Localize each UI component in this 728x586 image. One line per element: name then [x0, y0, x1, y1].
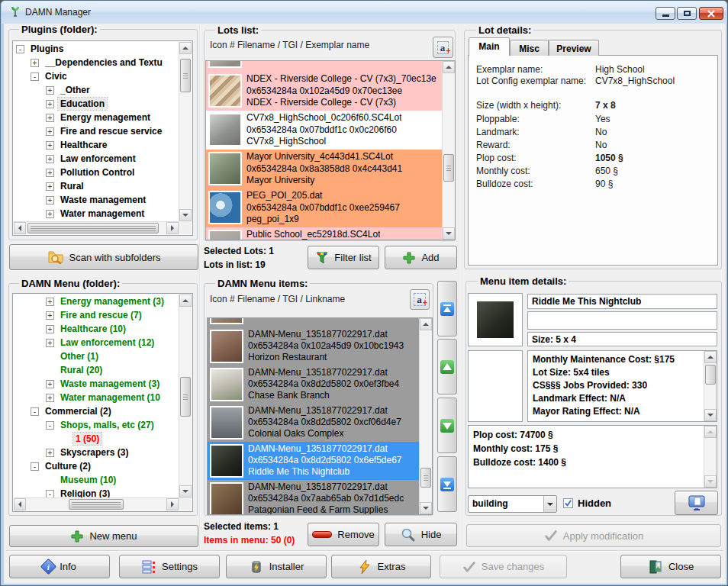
expander-icon[interactable]: - [46, 421, 54, 430]
scroll-up-button[interactable] [179, 42, 192, 54]
expander-icon[interactable]: + [46, 155, 54, 163]
expander-icon[interactable]: - [31, 72, 39, 81]
vertical-scrollbar[interactable] [704, 426, 717, 488]
expander-icon[interactable]: - [31, 407, 39, 416]
tree-item[interactable]: +__Dependencies and Textu [14, 56, 179, 69]
expander-icon[interactable]: + [46, 311, 54, 320]
scrollbar-thumb[interactable] [443, 154, 454, 182]
new-menu-button[interactable]: New menu [9, 525, 198, 547]
tree-item[interactable]: Rural (20) [14, 363, 179, 377]
add-lot-button[interactable]: Add [385, 246, 457, 269]
tree-item[interactable]: -Shops, malls, etc (27) [14, 418, 179, 432]
expander-icon[interactable]: + [46, 325, 54, 333]
expander-icon[interactable]: - [16, 45, 24, 53]
autoname-lots-button[interactable]: a+ [433, 37, 453, 58]
installer-button[interactable]: Installer [226, 555, 327, 578]
category-select[interactable]: building [468, 495, 557, 513]
remove-item-button[interactable]: Remove [308, 523, 379, 546]
tree-item[interactable]: -Commercial (2) [14, 404, 179, 418]
tree-item[interactable]: -Civic [14, 69, 179, 83]
menu-item-row[interactable]: DAMN-Menu_1351877022917.dat0x6534284a 0x… [208, 327, 419, 365]
menu-item-row[interactable]: DAMN-Menu_1351877022917.dat0x6534284a 0x… [208, 480, 419, 514]
tree-item[interactable]: -Religion (3) [14, 487, 179, 497]
expander-icon[interactable]: + [46, 127, 54, 136]
scrollbar-thumb[interactable] [180, 377, 191, 417]
scroll-down-button[interactable] [704, 475, 717, 488]
expander-icon[interactable]: + [46, 394, 54, 402]
titlebar[interactable]: DAMN Manager [2, 1, 726, 24]
lot-row[interactable]: CV7x8_HighSchool_0c206f60.SC4Lot0x653428… [206, 111, 442, 150]
expander-icon[interactable]: + [46, 141, 54, 150]
settings-button[interactable]: Settings [119, 555, 220, 578]
minimize-button[interactable] [656, 7, 675, 20]
tree-item[interactable]: +Energy menagement [14, 111, 179, 124]
scroll-down-button[interactable] [179, 485, 192, 497]
expander-icon[interactable]: + [46, 86, 54, 95]
menu-item-row[interactable]: Old Post Office [208, 318, 419, 327]
scroll-down-button[interactable] [179, 209, 192, 221]
lot-row[interactable]: Mayor University_4c443d41.SC4Lot0x653428… [206, 150, 442, 188]
scroll-right-button[interactable] [166, 222, 179, 234]
vertical-scrollbar[interactable] [179, 295, 192, 497]
tree-item[interactable]: Museum (10) [14, 473, 179, 487]
scroll-right-button[interactable] [166, 498, 179, 510]
scroll-left-button[interactable] [14, 222, 26, 234]
tree-item[interactable]: +Law enforcement [14, 152, 179, 166]
tree-item[interactable]: +Waste management (3) [14, 377, 179, 391]
move-up-button[interactable] [437, 339, 457, 394]
apply-modification-button[interactable]: Apply modification [466, 524, 721, 547]
lot-row[interactable]: NDEX - Riverside College - CV (7x3)_70ec… [206, 72, 442, 111]
scrollbar-thumb[interactable] [420, 468, 431, 488]
maximize-button[interactable] [677, 7, 697, 20]
scroll-up-button[interactable] [704, 351, 717, 363]
show-preview-button[interactable] [675, 491, 718, 515]
tree-item[interactable]: -Plugins [14, 42, 179, 56]
lot-row[interactable]: Modern HighSchool Version 2 [206, 61, 442, 72]
expander-icon[interactable]: + [46, 114, 54, 122]
tree-item[interactable]: 1 (50) [14, 432, 179, 446]
tree-item[interactable]: +Waste management [14, 193, 179, 207]
tree-item[interactable]: +Fire and rescue service [14, 124, 179, 138]
expander-icon[interactable]: + [31, 59, 39, 67]
expander-icon[interactable]: - [31, 462, 39, 471]
menu-item-row[interactable]: DAMN-Menu_1351877022917.dat0x6534284a 0x… [208, 365, 419, 404]
extras-button[interactable]: Extras [331, 555, 431, 578]
tree-item[interactable]: +Pollution Control [14, 166, 179, 179]
expander-icon[interactable]: + [46, 169, 54, 177]
scroll-up-button[interactable] [443, 61, 455, 73]
horizontal-scrollbar[interactable] [14, 497, 179, 510]
scroll-up-button[interactable] [179, 295, 192, 307]
hide-item-button[interactable]: Hide [385, 523, 457, 546]
close-button[interactable] [699, 7, 723, 20]
expander-icon[interactable]: + [46, 210, 54, 218]
scroll-up-button[interactable] [704, 426, 717, 438]
horizontal-scrollbar[interactable] [14, 221, 179, 234]
tree-item[interactable]: +_Other [14, 83, 179, 97]
expander-icon[interactable]: + [46, 339, 54, 347]
lot-row[interactable]: PEG_POI_205.dat0x6534284a 0x07bddf1c 0xe… [206, 188, 442, 227]
filter-list-button[interactable]: Filter list [308, 246, 379, 269]
item-size-input[interactable] [527, 332, 717, 346]
scroll-down-button[interactable] [704, 409, 717, 421]
close-window-button[interactable]: Close [620, 555, 721, 578]
scroll-up-button[interactable] [420, 318, 432, 330]
tree-item[interactable]: +Skyscrapers (3) [14, 446, 179, 459]
expander-icon[interactable]: + [46, 380, 54, 388]
scroll-left-button[interactable] [14, 498, 26, 510]
lot-row[interactable]: Public School_ec52918d.SC4Lot [206, 227, 442, 240]
tree-item[interactable]: +Water management [14, 207, 179, 221]
expander-icon[interactable]: + [46, 182, 54, 191]
item-costs-box[interactable]: Plop cost: 74700 § Monthly cost: 175 § B… [468, 425, 717, 488]
expander-icon[interactable]: + [46, 449, 54, 457]
tree-item[interactable]: +Education [14, 97, 179, 111]
tab-main[interactable]: Main [469, 37, 510, 56]
tree-item[interactable]: +Rural [14, 179, 179, 193]
scrollbar-thumb[interactable] [705, 365, 716, 385]
scroll-down-button[interactable] [443, 227, 455, 240]
menu-item-row[interactable]: DAMN-Menu_1351877022917.dat0x6534284a 0x… [208, 442, 419, 480]
tree-item[interactable]: Other (1) [14, 349, 179, 363]
menu-item-row[interactable]: DAMN-Menu_1351877022917.dat0x6534284a 0x… [208, 404, 419, 442]
expander-icon[interactable]: + [46, 298, 54, 306]
autoname-items-button[interactable]: a+ [410, 289, 430, 310]
tree-item[interactable]: -Culture (2) [14, 459, 179, 473]
